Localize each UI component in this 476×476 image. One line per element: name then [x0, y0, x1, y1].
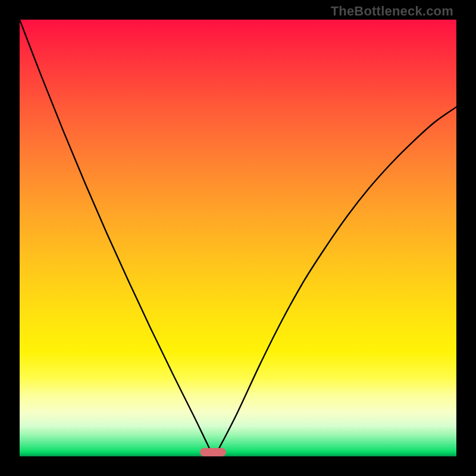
watermark-text: TheBottleneck.com	[331, 4, 453, 19]
chart-frame: TheBottleneck.com	[0, 0, 476, 476]
minimum-marker	[200, 448, 226, 456]
bottleneck-curve	[20, 20, 456, 456]
